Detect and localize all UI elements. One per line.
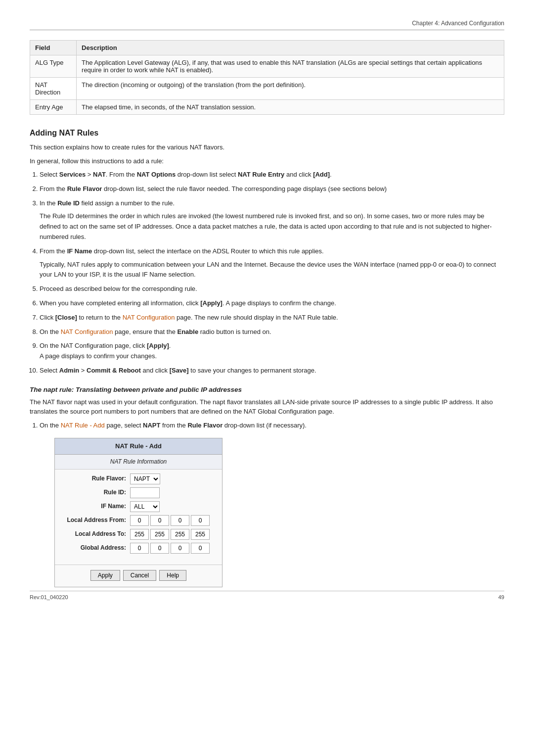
napt-para1: The NAT flavor napt was used in your def… (30, 397, 504, 417)
local-addr-from-1[interactable] (130, 515, 149, 526)
global-addr-4[interactable] (191, 543, 210, 554)
global-addr-label: Global Address: (62, 543, 126, 553)
list-item: On the NAT Configuration page, click [Ap… (40, 341, 504, 362)
steps-list: Select Services > NAT. From the NAT Opti… (40, 170, 504, 376)
nat-rule-add-box: NAT Rule - Add NAT Rule Information Rule… (54, 438, 222, 587)
local-addr-to-2[interactable] (150, 529, 169, 540)
list-item: Select Services > NAT. From the NAT Opti… (40, 170, 504, 180)
rule-flavor-label: Rule Flavor: (62, 474, 126, 483)
desc-nat-direction: The direction (incoming or outgoing) of … (77, 78, 504, 100)
table-row: ALG Type The Application Level Gateway (… (30, 55, 504, 78)
nat-rule-form: Rule Flavor: NAPT NAT Rule ID: (55, 470, 222, 561)
step3-sub: The Rule ID determines the order in whic… (40, 211, 504, 242)
rule-id-input[interactable] (130, 487, 160, 498)
field-nat-direction: NAT Direction (30, 78, 77, 100)
if-name-row: IF Name: ALL ppp-0 eoa-0 (62, 501, 215, 512)
local-addr-to-label: Local Address To: (62, 529, 126, 539)
help-button[interactable]: Help (159, 570, 186, 581)
desc-entry-age: The elapsed time, in seconds, of the NAT… (77, 100, 504, 115)
local-addr-from-4[interactable] (191, 515, 210, 526)
cancel-button[interactable]: Cancel (123, 570, 156, 581)
field-alg-type: ALG Type (30, 55, 77, 78)
local-addr-from-row: Local Address From: (62, 515, 215, 526)
local-addr-from-2[interactable] (150, 515, 169, 526)
nat-rule-add-link[interactable]: NAT Rule - Add (61, 422, 105, 429)
global-addr-1[interactable] (130, 543, 149, 554)
if-name-select[interactable]: ALL ppp-0 eoa-0 (130, 501, 160, 512)
list-item: From the IF Name drop-down list, select … (40, 246, 504, 280)
list-item: On the NAT Configuration page, ensure th… (40, 327, 504, 337)
field-entry-age: Entry Age (30, 100, 77, 115)
subsection-title: The napt rule: Translating between priva… (30, 386, 504, 393)
napt-rule-section: The napt rule: Translating between priva… (30, 386, 504, 587)
rule-id-label: Rule ID: (62, 488, 126, 497)
list-item: From the Rule Flavor drop-down list, sel… (40, 184, 504, 194)
global-addr-3[interactable] (171, 543, 189, 554)
napt-steps: On the NAT Rule - Add page, select NAPT … (40, 421, 504, 587)
list-item: Proceed as described below for the corre… (40, 284, 504, 294)
rule-flavor-select[interactable]: NAPT NAT (130, 473, 160, 484)
global-addr-row: Global Address: (62, 543, 215, 554)
if-name-label: IF Name: (62, 502, 126, 511)
local-addr-from-label: Local Address From: (62, 516, 126, 525)
intro-2: In general, follow this instructions to … (30, 156, 504, 166)
rule-id-row: Rule ID: (62, 487, 215, 498)
apply-button[interactable]: Apply (90, 570, 120, 581)
table-row: Entry Age The elapsed time, in seconds, … (30, 100, 504, 115)
local-addr-to-row: Local Address To: (62, 529, 215, 540)
adding-nat-rules-section: Adding NAT Rules This section explains h… (30, 129, 504, 376)
local-addr-to-3[interactable] (171, 529, 189, 540)
page-footer: Rev:01_040220 49 (30, 591, 504, 600)
nat-config-link-2[interactable]: NAT Configuration (61, 328, 113, 335)
col-header-description: Description (77, 41, 504, 55)
local-addr-to-inputs (130, 529, 210, 540)
footer-rev: Rev:01_040220 (30, 594, 68, 600)
local-addr-to-4[interactable] (191, 529, 210, 540)
list-item: In the Rule ID field assign a number to … (40, 198, 504, 242)
table-row: NAT Direction The direction (incoming or… (30, 78, 504, 100)
global-addr-2[interactable] (150, 543, 169, 554)
local-addr-from-inputs (130, 515, 210, 526)
section-title: Adding NAT Rules (30, 129, 504, 138)
list-item: Select Admin > Commit & Reboot and click… (40, 366, 504, 376)
global-addr-inputs (130, 543, 210, 554)
info-table: Field Description ALG Type The Applicati… (30, 40, 504, 115)
col-header-field: Field (30, 41, 77, 55)
chapter-header: Chapter 4: Advanced Configuration (30, 20, 504, 30)
napt-step1: On the NAT Rule - Add page, select NAPT … (40, 421, 504, 587)
step4-sub: Typically, NAT rules apply to communicat… (40, 260, 504, 281)
box-buttons: Apply Cancel Help (55, 565, 222, 587)
local-addr-from-3[interactable] (171, 515, 189, 526)
list-item: When you have completed entering all inf… (40, 298, 504, 309)
nat-config-link-1[interactable]: NAT Configuration (123, 314, 175, 321)
desc-alg-type: The Application Level Gateway (ALG), if … (77, 55, 504, 78)
intro-1: This section explains how to create rule… (30, 142, 504, 152)
local-addr-to-1[interactable] (130, 529, 149, 540)
list-item: Click [Close] to return to the NAT Confi… (40, 313, 504, 323)
box-title: NAT Rule - Add (55, 438, 222, 455)
rule-flavor-row: Rule Flavor: NAPT NAT (62, 473, 215, 484)
footer-page: 49 (498, 594, 504, 600)
box-section-title: NAT Rule Information (55, 455, 222, 469)
